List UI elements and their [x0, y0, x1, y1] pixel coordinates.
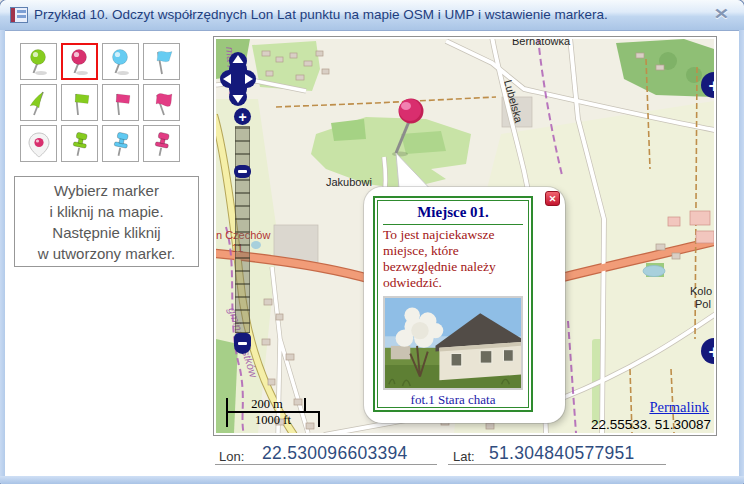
close-button[interactable]: ✕	[714, 5, 730, 23]
scale-imperial: 1000 ft	[226, 411, 320, 427]
window-border-bottom	[0, 476, 744, 484]
instruction-line: Wybierz marker	[15, 180, 198, 201]
form-icon	[10, 7, 28, 23]
lat-field[interactable]: 51.304840577951	[489, 443, 635, 464]
marker-green-pushpin-icon	[66, 130, 94, 158]
marker-blue-wavy-flag[interactable]	[143, 43, 180, 80]
instruction-box: Wybierz marker i kliknij na mapie. Nastę…	[14, 176, 199, 267]
popup-photo-caption: fot.1 Stara chata	[378, 392, 528, 408]
window-border-right	[739, 30, 744, 484]
marker-green-lean-flag[interactable]	[20, 84, 57, 121]
marker-pink-wavy-flag[interactable]	[143, 84, 180, 121]
svg-text:Pol: Pol	[695, 298, 711, 310]
marker-pink-pushpin-icon	[148, 130, 176, 158]
instruction-line: Następnie kliknij	[15, 222, 198, 243]
map-popup: ✕ Miejsce 01. To jest najciekawsze miejs…	[364, 187, 565, 423]
zoom-slider-handle[interactable]	[234, 165, 251, 178]
popup-photo-old-cottage	[383, 296, 523, 390]
osm-map[interactable]: Bernatówka Lubelska Jakubowi n Czechów 1…	[216, 39, 714, 433]
marker-green-lean-flag-icon	[25, 89, 53, 117]
marker-pink-pin[interactable]	[61, 43, 98, 80]
permalink-link[interactable]: Permalink	[649, 399, 709, 416]
marker-green-pushpin[interactable]	[61, 125, 98, 162]
marker-pink-pin-icon	[66, 48, 94, 76]
scale-bar: 200 m 1000 ft	[226, 398, 320, 427]
map-frame: Bernatówka Lubelska Jakubowi n Czechów 1…	[213, 36, 717, 436]
marker-green-flag[interactable]	[61, 84, 98, 121]
marker-pink-pushpin[interactable]	[143, 125, 180, 162]
marker-pink-flag[interactable]	[102, 84, 139, 121]
marker-white-drop[interactable]	[20, 125, 57, 162]
lon-label: Lon:	[219, 449, 244, 464]
instruction-line: i kliknij na mapie.	[15, 201, 198, 222]
zoom-in-button[interactable]: +	[234, 108, 251, 125]
window-title: Przykład 10. Odczyt współrzędnych Lon La…	[34, 7, 608, 22]
marker-pink-wavy-flag-icon	[148, 89, 176, 117]
lon-field-underline	[215, 464, 437, 465]
lat-field-underline	[448, 464, 666, 465]
zoom-out-button[interactable]	[234, 333, 251, 354]
marker-green-flag-icon	[66, 89, 94, 117]
marker-blue-wavy-flag-icon	[148, 48, 176, 76]
mouse-position-readout: 22.55533. 51.30087	[591, 417, 711, 432]
app-window: Przykład 10. Odczyt współrzędnych Lon La…	[0, 0, 744, 484]
marker-blue-pushpin-icon	[107, 130, 135, 158]
title-bar: Przykład 10. Odczyt współrzędnych Lon La…	[0, 0, 744, 31]
marker-palette	[20, 43, 180, 162]
lon-field[interactable]: 22.530096603394	[262, 443, 408, 464]
svg-text:Bernatówka: Bernatówka	[512, 39, 571, 47]
marker-blue-pin[interactable]	[102, 43, 139, 80]
marker-pink-flag-icon	[107, 89, 135, 117]
zoom-slider-track[interactable]	[235, 126, 250, 333]
marker-blue-pin-icon	[107, 48, 135, 76]
popup-title: Miejsce 01.	[378, 204, 528, 221]
pan-control[interactable]	[220, 51, 256, 109]
popup-content-frame: Miejsce 01. To jest najciekawsze miejsce…	[373, 196, 533, 412]
instruction-line: w utworzony marker.	[15, 243, 198, 264]
lat-label: Lat:	[453, 449, 475, 464]
popup-divider	[383, 224, 523, 225]
marker-blue-pushpin[interactable]	[102, 125, 139, 162]
popup-description: To jest najciekawsze miejsce, które bezw…	[378, 227, 528, 291]
marker-white-drop-icon	[25, 130, 53, 158]
marker-green-pin-icon	[25, 48, 53, 76]
marker-green-pin[interactable]	[20, 43, 57, 80]
svg-text:Kolo: Kolo	[690, 285, 712, 297]
window-border-left	[0, 30, 5, 484]
popup-close-button[interactable]: ✕	[545, 191, 560, 206]
